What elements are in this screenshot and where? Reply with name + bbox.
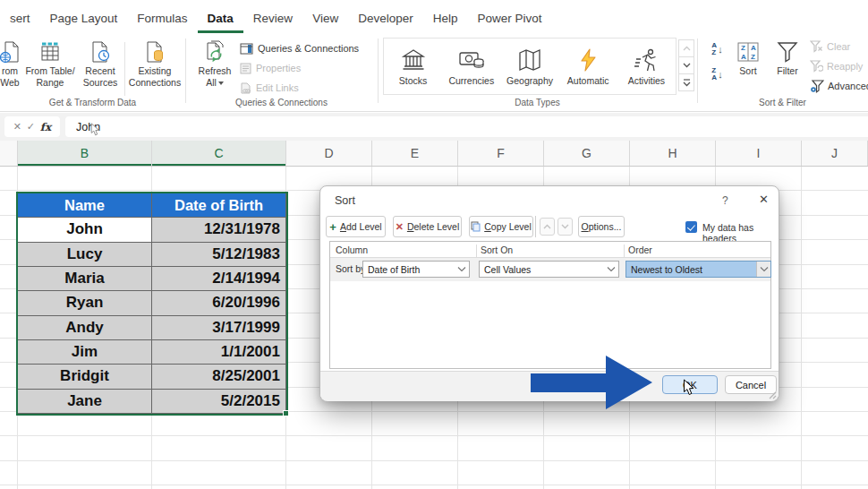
column-header-E[interactable]: E — [372, 141, 458, 166]
table-cell[interactable]: 6/20/1996 — [152, 291, 286, 315]
edit-links-button[interactable]: Edit Links — [240, 79, 376, 97]
geography-button[interactable]: Geography — [500, 39, 558, 94]
move-up-button[interactable] — [540, 218, 555, 236]
recent-sources-button[interactable]: RecentSources — [75, 39, 125, 94]
filter-button[interactable]: Filter — [768, 39, 807, 94]
formula-input[interactable]: John — [65, 116, 868, 137]
gridline — [801, 167, 802, 489]
reapply-filter-button[interactable]: Reapply — [810, 58, 863, 74]
tab-page-layout[interactable]: Page Layout — [40, 4, 128, 33]
data-table: NameDate of BirthJohn12/31/1978Lucy5/12/… — [18, 193, 286, 414]
group-label-get-transform: Get & Transform Data — [0, 98, 185, 107]
resize-grip[interactable] — [767, 390, 777, 399]
from-table-range-button[interactable]: From Table/Range — [25, 39, 75, 94]
table-cell[interactable]: Andy — [18, 316, 152, 340]
tab-bar: sertPage LayoutFormulasDataReviewViewDev… — [0, 0, 868, 33]
sort-on-dropdown[interactable]: Cell Values — [479, 261, 619, 278]
table-cell[interactable]: Jane — [18, 390, 152, 414]
tab-formulas[interactable]: Formulas — [127, 4, 197, 33]
stocks-button[interactable]: Stocks — [384, 39, 442, 94]
plus-icon: + — [329, 220, 336, 234]
table-cell[interactable]: Ryan — [18, 291, 152, 315]
refresh-all-button[interactable]: RefreshAll — [190, 39, 240, 94]
svg-text:Z: Z — [741, 44, 745, 52]
column-header-H[interactable]: H — [630, 141, 716, 166]
my-data-has-headers-checkbox[interactable] — [685, 221, 697, 233]
activities-button[interactable]: Activities — [617, 39, 676, 94]
properties-icon — [240, 63, 251, 74]
sort-button[interactable]: ZAAZ Sort — [730, 39, 766, 94]
fill-handle[interactable] — [283, 410, 289, 416]
table-header-cell[interactable]: Date of Birth — [152, 193, 286, 218]
table-cell[interactable]: 1/1/2001 — [152, 340, 286, 365]
dialog-close-icon[interactable]: ✕ — [759, 193, 769, 206]
table-cell[interactable]: 3/17/1999 — [152, 316, 286, 340]
move-down-button[interactable] — [557, 218, 573, 236]
table-cell[interactable]: John — [18, 218, 152, 242]
column-header-B[interactable]: B — [18, 141, 152, 166]
table-cell[interactable]: 5/2/2015 — [152, 390, 286, 414]
column-header-I[interactable]: I — [716, 141, 802, 166]
clear-filter-label: Clear — [827, 41, 850, 52]
data-types-gallery: Stocks Currencies Geography Automatic — [383, 38, 677, 95]
column-header-J[interactable]: J — [802, 141, 868, 166]
delete-level-button[interactable]: ✕ Delete Level — [393, 216, 462, 237]
table-row: Andy3/17/1999 — [18, 316, 286, 340]
sort-az-icon: AZ — [711, 42, 717, 56]
gallery-scroll-down-button[interactable] — [678, 56, 694, 74]
excel-window: sertPage LayoutFormulasDataReviewViewDev… — [0, 0, 868, 489]
tab-developer[interactable]: Developer — [348, 4, 423, 33]
queries-connections-icon — [240, 43, 253, 55]
column-dropdown[interactable]: Date of Birth — [362, 261, 470, 278]
gallery-expand-button[interactable] — [678, 73, 694, 91]
table-header-cell[interactable]: Name — [18, 193, 152, 218]
column-header-D[interactable]: D — [286, 141, 372, 166]
table-cell[interactable]: Maria — [18, 267, 152, 291]
insert-function-icon[interactable]: fx — [40, 121, 51, 133]
table-cell[interactable]: 5/12/1983 — [152, 243, 286, 267]
properties-button[interactable]: Properties — [240, 59, 376, 77]
options-button[interactable]: Options... — [578, 216, 625, 237]
currencies-button[interactable]: Currencies — [442, 39, 500, 94]
tab-help[interactable]: Help — [423, 4, 468, 33]
sort-ascending-button[interactable]: AZ↓ — [705, 39, 729, 60]
automatic-button[interactable]: Automatic — [559, 39, 617, 94]
column-header-C[interactable]: C — [152, 141, 286, 166]
add-level-button[interactable]: + Add Level — [326, 216, 386, 237]
clear-filter-icon — [810, 40, 823, 53]
from-web-label-1: rom — [2, 65, 18, 76]
column-header-F[interactable]: F — [458, 141, 544, 166]
tab-sert[interactable]: sert — [0, 4, 40, 33]
cancel-icon[interactable]: ✕ — [13, 121, 21, 133]
table-cell[interactable]: Jim — [18, 340, 152, 365]
enter-icon[interactable]: ✓ — [27, 121, 35, 133]
table-cell[interactable]: Lucy — [18, 243, 152, 267]
svg-text:A: A — [751, 44, 756, 52]
sort-descending-button[interactable]: ZA↓ — [705, 64, 729, 85]
tab-review[interactable]: Review — [243, 4, 302, 33]
existing-connections-button[interactable]: ExistingConnections — [127, 39, 183, 94]
automatic-label: Automatic — [567, 75, 609, 86]
table-cell[interactable]: 12/31/1978 — [152, 218, 286, 242]
tab-power-pivot[interactable]: Power Pivot — [467, 4, 551, 33]
down-arrow-icon: ↓ — [718, 44, 723, 55]
group-label-data-types: Data Types — [378, 98, 697, 107]
from-table-label-1: From Table/ — [25, 65, 74, 76]
column-header-partial[interactable] — [0, 141, 18, 166]
table-cell[interactable]: Bridgit — [18, 365, 152, 389]
column-header-row: BCDEFGHIJ — [0, 141, 868, 167]
tab-data[interactable]: Data — [198, 4, 243, 33]
gallery-scroll-up-button[interactable] — [678, 39, 694, 57]
table-cell[interactable]: 2/14/1994 — [152, 267, 286, 291]
copy-level-button[interactable]: Copy Level — [469, 216, 533, 237]
advanced-filter-button[interactable]: Advanced — [810, 78, 868, 94]
table-row: Ryan6/20/1996 — [18, 291, 286, 315]
order-dropdown[interactable]: Newest to Oldest — [625, 261, 771, 278]
table-cell[interactable]: 8/25/2001 — [152, 365, 286, 389]
clear-filter-button[interactable]: Clear — [810, 39, 850, 55]
queries-connections-button[interactable]: Queries & Connections — [240, 39, 376, 57]
column-header-G[interactable]: G — [544, 141, 630, 166]
group-divider — [378, 39, 379, 103]
dialog-help-button[interactable]: ? — [722, 194, 728, 207]
tab-view[interactable]: View — [302, 4, 348, 33]
